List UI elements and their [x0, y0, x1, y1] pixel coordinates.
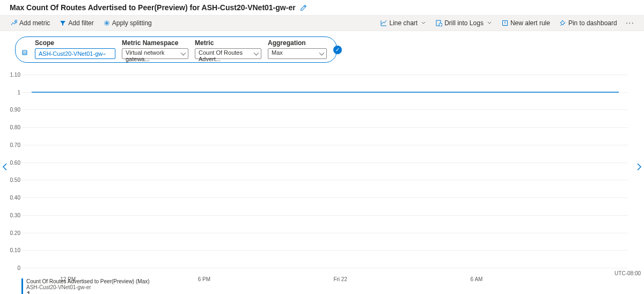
metric-selector-pill: Scope Metric Namespace Virtual network g…: [15, 36, 337, 63]
y-axis-tick: 0.30: [4, 212, 20, 218]
pin-icon: [560, 20, 566, 26]
y-axis-tick: 0.10: [4, 247, 20, 253]
legend-value: 1: [26, 290, 150, 294]
x-axis-tick: 6 AM: [471, 276, 483, 282]
new-alert-button[interactable]: New alert rule: [499, 18, 553, 28]
y-axis-tick: 0.70: [4, 142, 20, 148]
metrics-chart: 00.100.200.300.400.500.600.700.800.9011.…: [23, 75, 628, 268]
y-axis-tick: 0.50: [4, 177, 20, 183]
edit-title-icon[interactable]: [300, 4, 308, 11]
drill-logs-icon: [436, 20, 442, 26]
scope-input[interactable]: [35, 48, 115, 59]
drill-logs-label: Drill into Logs: [444, 19, 484, 27]
split-icon: [104, 20, 110, 26]
apply-splitting-button[interactable]: Apply splitting: [100, 18, 155, 28]
metric-select[interactable]: Count Of Routes Advert...: [195, 48, 261, 59]
metrics-toolbar: Add metric Add filter Apply splitting Li…: [0, 15, 644, 31]
legend-resource-name: ASH-Cust20-VNet01-gw-er: [26, 284, 150, 290]
legend-color-swatch: [21, 278, 23, 294]
timezone-label: UTC-08:00: [614, 270, 641, 276]
scope-icon: [21, 49, 28, 58]
x-axis-tick: 12 PM: [60, 276, 76, 282]
chart-type-button[interactable]: Line chart: [377, 18, 429, 28]
add-metric-label: Add metric: [19, 19, 50, 27]
drill-logs-button[interactable]: Drill into Logs: [433, 18, 495, 28]
chart-type-label: Line chart: [389, 19, 418, 27]
x-axis-tick: Fri 22: [333, 276, 347, 282]
legend-series-name: Count Of Routes Advertised to Peer(Previ…: [26, 278, 150, 284]
namespace-label: Metric Namespace: [122, 39, 188, 47]
pin-dashboard-label: Pin to dashboard: [568, 19, 617, 27]
y-axis-tick: 0.90: [4, 107, 20, 113]
y-axis-tick: 0.20: [4, 230, 20, 236]
y-axis-tick: 0: [4, 265, 20, 271]
y-axis-tick: 0.60: [4, 159, 20, 165]
y-axis-tick: 1.10: [4, 72, 20, 78]
add-filter-button[interactable]: Add filter: [56, 18, 97, 28]
next-chart-button[interactable]: [634, 161, 644, 174]
chevron-down-icon: [487, 20, 492, 26]
add-filter-label: Add filter: [68, 19, 93, 27]
new-alert-label: New alert rule: [510, 19, 550, 27]
add-metric-button[interactable]: Add metric: [8, 18, 53, 28]
y-axis-tick: 0.80: [4, 124, 20, 130]
apply-splitting-label: Apply splitting: [112, 19, 152, 27]
x-axis-tick: 6 PM: [198, 276, 210, 282]
filter-icon: [60, 20, 66, 26]
alert-icon: [502, 20, 508, 26]
line-chart-icon: [380, 20, 387, 26]
more-actions-button[interactable]: ···: [624, 18, 636, 28]
metric-label: Metric: [195, 39, 261, 47]
pin-dashboard-button[interactable]: Pin to dashboard: [557, 18, 620, 28]
add-metric-icon: [11, 20, 17, 26]
page-title: Max Count Of Routes Advertised to Peer(P…: [10, 3, 296, 12]
y-axis-tick: 1: [4, 89, 20, 95]
confirm-check-icon[interactable]: ✓: [333, 46, 342, 54]
aggregation-label: Aggregation: [268, 39, 327, 47]
aggregation-select[interactable]: Max: [268, 48, 327, 59]
namespace-select[interactable]: Virtual network gatewa...: [122, 48, 188, 59]
chevron-down-icon: [421, 20, 426, 26]
scope-label: Scope: [35, 39, 115, 47]
y-axis-tick: 0.40: [4, 195, 20, 201]
